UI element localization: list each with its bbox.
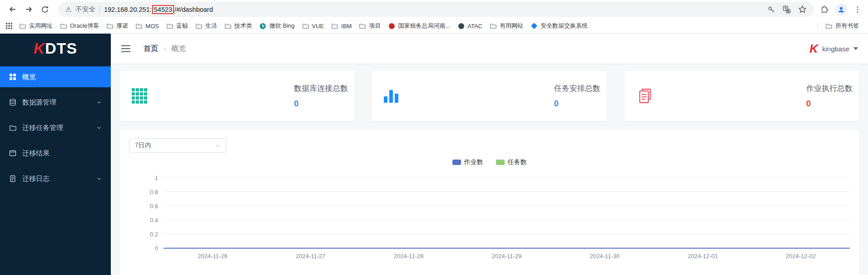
profile-avatar[interactable] xyxy=(835,4,847,15)
sidebar-item-label: 迁移日志 xyxy=(22,175,50,183)
bookmark-label: 技术类 xyxy=(234,22,252,30)
chart-panel: 7日内 作业数任务数 00.20.40.60.812024-11-262024-… xyxy=(120,130,859,275)
x-axis-label: 2024-12-01 xyxy=(688,253,718,260)
bookmark-item[interactable]: 安全数据交换系统 xyxy=(527,20,591,32)
bar-chart-icon xyxy=(384,89,398,103)
sidebar-item-label: 概览 xyxy=(22,73,36,81)
breadcrumb-home[interactable]: 首页 xyxy=(144,44,158,54)
back-button[interactable] xyxy=(5,2,20,17)
date-range-select[interactable]: 7日内 xyxy=(129,138,226,153)
user-menu[interactable]: K kingbase xyxy=(809,43,858,55)
main-area: 首页 › 概览 K kingbase 数据库连接总数0任务安排总数0作业执行总数… xyxy=(111,34,868,275)
chart-area: 00.20.40.60.812024-11-262024-11-272024-1… xyxy=(164,178,850,248)
folder-icon xyxy=(825,22,833,30)
x-axis-label: 2024-11-30 xyxy=(590,253,620,260)
bookmark-item[interactable]: ATAC xyxy=(454,20,486,31)
bookmark-item[interactable]: 国家税务总局河南... xyxy=(384,20,454,32)
bookmark-item[interactable]: IBM xyxy=(327,20,355,31)
card-value: 0 xyxy=(554,99,600,109)
menu-dots-icon[interactable] xyxy=(853,5,862,14)
folder-favicon xyxy=(302,22,309,30)
grid-icon xyxy=(9,73,16,80)
folder-favicon xyxy=(331,22,338,30)
extensions-puzzle-icon[interactable] xyxy=(820,5,829,14)
bookmark-item[interactable]: 项目 xyxy=(355,20,384,32)
sidebar-menu: 概览数据源管理迁移任务管理迁移结果迁移日志 xyxy=(0,63,111,194)
y-axis-label: 0.6 xyxy=(138,203,158,210)
sidebar-item-grid[interactable]: 概览 xyxy=(0,66,111,87)
x-axis-label: 2024-11-27 xyxy=(296,253,326,260)
chevron-down-icon xyxy=(96,100,102,105)
sidebar-item-label: 迁移结果 xyxy=(22,149,50,158)
folder-favicon xyxy=(19,22,26,30)
folder-favicon xyxy=(60,22,67,30)
atac-favicon xyxy=(457,22,465,30)
folder-icon xyxy=(9,124,16,131)
bookmark-item[interactable]: 蓝鲸 xyxy=(163,20,192,32)
documents-icon xyxy=(636,87,654,105)
bookmarks-divider xyxy=(818,22,818,30)
y-axis-label: 0 xyxy=(138,245,158,252)
chevron-down-icon xyxy=(215,143,220,148)
bookmarks-list: 实用网址Oracle博客厚诺MOS蓝鲸生活技术类b微软 BingVUEIBM项目… xyxy=(15,20,591,32)
collapse-menu-icon[interactable] xyxy=(121,45,131,53)
kingbase-logo: K xyxy=(809,43,818,55)
refresh-button[interactable] xyxy=(37,2,53,17)
shield-favicon xyxy=(531,22,538,30)
bookmark-item[interactable]: MOS xyxy=(132,20,163,31)
bookmark-item[interactable]: Oracle博客 xyxy=(56,20,103,32)
url-path: /#/dashboard xyxy=(174,6,213,13)
x-axis-label: 2024-11-29 xyxy=(492,253,522,260)
bookmark-item[interactable]: 实用网址 xyxy=(15,20,56,32)
stat-cards: 数据库连接总数0任务安排总数0作业执行总数0 xyxy=(120,71,859,121)
folder-favicon xyxy=(106,22,114,30)
forward-arrow-icon xyxy=(25,5,33,14)
password-key-icon[interactable] xyxy=(767,5,775,14)
bookmark-item[interactable]: 生活 xyxy=(192,20,221,32)
url-host: 192.168.20.251: xyxy=(104,6,152,13)
folder-favicon xyxy=(224,22,232,30)
legend-label: 任务数 xyxy=(508,158,527,166)
bookmark-item[interactable]: 有用网站 xyxy=(486,20,527,32)
sidebar-item-document[interactable]: 迁移日志 xyxy=(0,168,111,189)
port-highlight-box: 54523 xyxy=(152,5,174,14)
logo-dts: DTS xyxy=(45,40,77,57)
sidebar-item-monitor[interactable]: 迁移结果 xyxy=(0,143,111,164)
dashboard-content: 数据库连接总数0任务安排总数0作业执行总数0 7日内 作业数任务数 00.20.… xyxy=(111,64,868,275)
range-select-value: 7日内 xyxy=(135,141,151,150)
bookmark-label: 项目 xyxy=(369,22,381,30)
sidebar-item-folder[interactable]: 迁移任务管理 xyxy=(0,117,111,138)
forward-button[interactable] xyxy=(21,2,36,17)
sidebar-item-database[interactable]: 数据源管理 xyxy=(0,92,111,113)
legend-item[interactable]: 任务数 xyxy=(496,158,527,166)
bookmark-label: 厚诺 xyxy=(116,22,128,30)
legend-marker xyxy=(452,160,461,165)
y-axis-label: 1 xyxy=(138,175,158,181)
app-header: 首页 › 概览 K kingbase xyxy=(111,34,868,64)
bookmark-label: VUE xyxy=(312,23,324,30)
bookmark-item[interactable]: VUE xyxy=(298,20,328,31)
bookmark-label: 生活 xyxy=(205,22,217,30)
tax-favicon xyxy=(388,22,395,30)
bookmark-label: ATAC xyxy=(467,23,482,30)
legend-item[interactable]: 作业数 xyxy=(452,158,483,166)
apps-grid-icon[interactable] xyxy=(5,22,13,30)
browser-actions xyxy=(820,4,862,15)
bookmark-item[interactable]: b微软 Bing xyxy=(256,20,298,32)
bookmark-item[interactable]: 厚诺 xyxy=(103,20,132,32)
translate-icon[interactable] xyxy=(783,5,791,14)
grid-icon xyxy=(132,88,147,104)
address-divider xyxy=(99,5,100,13)
card-title: 作业执行总数 xyxy=(806,83,853,94)
legend-marker xyxy=(496,160,505,165)
bookmark-label: 蓝鲸 xyxy=(176,22,188,30)
stat-card: 任务安排总数0 xyxy=(372,71,606,121)
folder-favicon xyxy=(359,22,366,30)
bookmark-star-icon[interactable] xyxy=(798,5,807,14)
folder-favicon xyxy=(195,22,203,30)
address-bar[interactable]: ⚠ 不安全 192.168.20.251:54523/#/dashboard xyxy=(58,2,814,17)
bookmark-item[interactable]: 技术类 xyxy=(221,20,256,32)
y-axis-label: 0.2 xyxy=(138,231,158,238)
all-bookmarks-button[interactable]: 所有书签 xyxy=(822,20,863,32)
chevron-down-icon xyxy=(96,176,102,181)
